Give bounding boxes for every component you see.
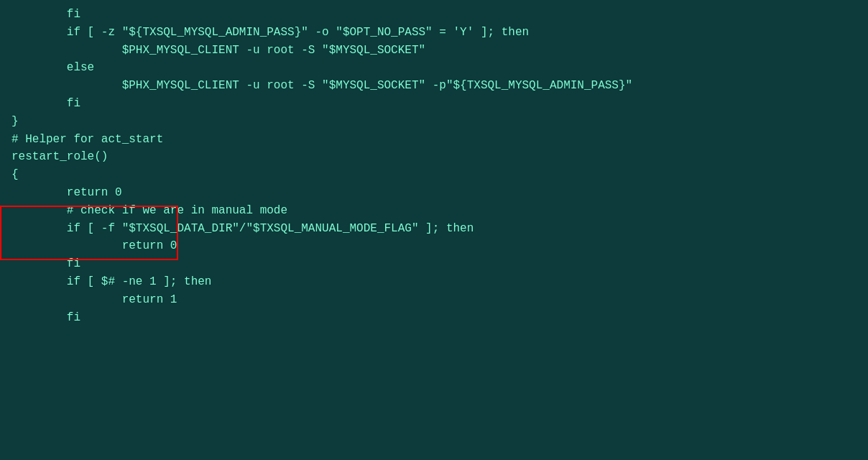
code-line-20: return 1 (0, 291, 868, 309)
code-editor: fi if [ -z "${TXSQL_MYSQL_ADMIN_PASS}" -… (0, 0, 868, 460)
code-line-3: if [ -z "${TXSQL_MYSQL_ADMIN_PASS}" -o "… (0, 24, 868, 42)
code-line-21: fi (0, 309, 868, 327)
code-line-1: fi (0, 6, 868, 24)
code-line-7: fi (0, 95, 868, 113)
code-line-8: } (0, 113, 868, 131)
code-line-19: if [ $# -ne 1 ]; then (0, 273, 868, 291)
code-line-16: return 0 (0, 237, 868, 255)
code-line-15: if [ -f "$TXSQL_DATA_DIR"/"$TXSQL_MANUAL… (0, 220, 868, 238)
code-line-4: $PHX_MYSQL_CLIENT -u root -S "$MYSQL_SOC… (0, 42, 868, 60)
code-line-11: restart_role() (0, 148, 868, 166)
code-line-10: # Helper for act_start (0, 131, 868, 149)
code-line-17: fi (0, 255, 868, 273)
code-line-6: $PHX_MYSQL_CLIENT -u root -S "$MYSQL_SOC… (0, 77, 868, 95)
code-line-13: return 0 (0, 184, 868, 202)
code-line-5: else (0, 59, 868, 77)
code-line-12: { (0, 166, 868, 184)
code-line-14: # check if we are in manual mode (0, 202, 868, 220)
